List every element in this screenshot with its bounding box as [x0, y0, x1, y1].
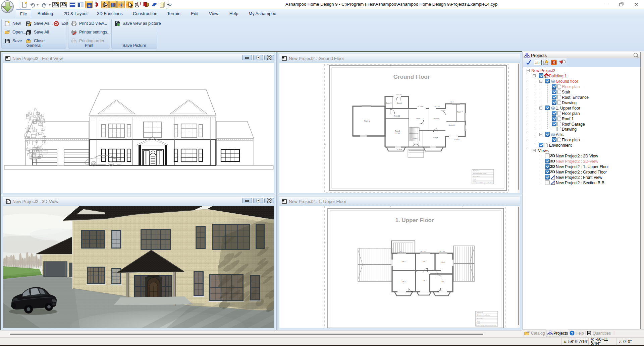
- svg-text:25'-7 7/8": 25'-7 7/8": [396, 94, 402, 95]
- svg-text:15'-1 1/2": 15'-1 1/2": [434, 106, 440, 108]
- svg-text:4'-7": 4'-7": [400, 251, 403, 252]
- svg-text:Ashampoo Home Design: Ashampoo Home Design: [473, 173, 486, 174]
- svg-text:20'-4 7/8": 20'-4 7/8": [418, 106, 423, 108]
- svg-text:Room 10: Room 10: [449, 125, 455, 126]
- svg-text:Example14: Example14: [473, 170, 479, 171]
- svg-text:13'-1 5/8": 13'-1 5/8": [439, 251, 445, 252]
- svg-text:Room 6: Room 6: [434, 118, 439, 120]
- svg-text:Room 2: Room 2: [416, 118, 421, 120]
- svg-text:777.3 ft: 777.3 ft: [395, 133, 400, 134]
- svg-text:17'-4 3/4": 17'-4 3/4": [454, 139, 460, 141]
- svg-text:Room 1: Room 1: [395, 130, 400, 132]
- svg-text:Rm 6: Rm 6: [442, 262, 445, 263]
- svg-text:Ground Floor: Ground Floor: [393, 74, 430, 80]
- svg-text:Scale: Scale: [477, 321, 480, 322]
- svg-text:Rm 1: Rm 1: [402, 281, 406, 283]
- svg-text:Drawn checked date appr. scale: Drawn checked date appr. scale sheet: [476, 325, 496, 326]
- svg-text:Drawn checked date appr. scale: Drawn checked date appr. scale sheet: [473, 182, 492, 184]
- svg-text:?: ?: [571, 331, 573, 335]
- svg-text:20'-9 5/8": 20'-9 5/8": [397, 149, 402, 150]
- svg-text:+: +: [416, 270, 417, 273]
- svg-text:Rm 2: Rm 2: [423, 280, 427, 282]
- svg-text:Scale: Scale: [473, 179, 476, 180]
- svg-text:Room 12: Room 12: [394, 115, 400, 117]
- svg-text:Room 7: Room 7: [457, 111, 463, 113]
- svg-text:1:100: 1:100: [473, 181, 476, 182]
- svg-text:1:100: 1:100: [477, 323, 480, 324]
- svg-text:1. Upper Floor: 1. Upper Floor: [395, 217, 434, 223]
- svg-text:Room 8: Room 8: [433, 137, 438, 139]
- svg-text:Project/Plan: Project/Plan: [473, 176, 480, 178]
- svg-text:Room 11: Room 11: [364, 120, 370, 122]
- svg-text:Room 4: Room 4: [397, 102, 402, 104]
- svg-text:13'-1 5/8": 13'-1 5/8": [420, 251, 426, 252]
- svg-text:Project/Plan: Project/Plan: [477, 318, 483, 320]
- svg-text:13'-1": 13'-1": [450, 101, 454, 103]
- svg-text:Rm 7: Rm 7: [402, 261, 406, 263]
- svg-text:Room 3: Room 3: [413, 138, 418, 140]
- svg-text:Rm 5: Rm 5: [423, 261, 427, 263]
- svg-text:Rm 3: Rm 3: [442, 281, 445, 283]
- svg-text:Ashampoo Home Design: Ashampoo Home Design: [477, 315, 490, 316]
- svg-text:Room 5: Room 5: [386, 102, 391, 104]
- svg-text:Example14: Example14: [477, 312, 483, 313]
